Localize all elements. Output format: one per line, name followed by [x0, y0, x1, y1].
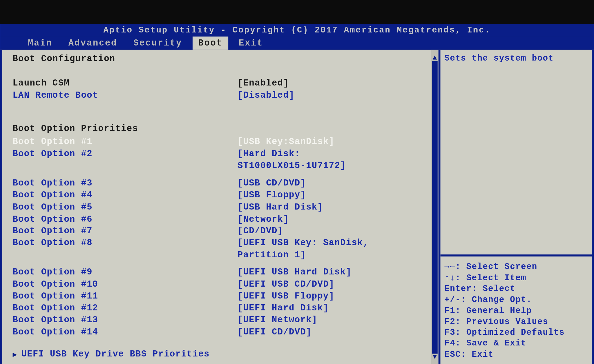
scroll-up-icon[interactable]: ▲	[431, 54, 439, 62]
label-boot-option-10: Boot Option #10	[12, 279, 238, 290]
value-boot-option-12: [UEFI Hard Disk]	[238, 302, 434, 314]
tab-advanced[interactable]: Advanced	[63, 37, 123, 50]
label-boot-option-6: Boot Option #6	[12, 213, 238, 225]
row-launch-csm[interactable]: Launch CSM [Enabled]	[12, 77, 434, 89]
key-help-line: +/-: Change Opt.	[444, 294, 588, 305]
key-help-line: F3: Optimized Defaults	[444, 327, 588, 338]
row-boot-option-11[interactable]: Boot Option #11[UEFI USB Floppy]	[12, 290, 434, 302]
bios-title: Aptio Setup Utility - Copyright (C) 2017…	[0, 24, 594, 37]
value-boot-option-11: [UEFI USB Floppy]	[238, 290, 434, 302]
label-boot-option-7: Boot Option #7	[12, 225, 238, 237]
main-panel: Boot Configuration Launch CSM [Enabled] …	[2, 50, 438, 364]
row-boot-option-9[interactable]: Boot Option #9[UEFI USB Hard Disk]	[12, 267, 434, 279]
row-boot-option-7[interactable]: Boot Option #7[CD/DVD]	[12, 225, 434, 237]
row-lan-remote[interactable]: LAN Remote Boot [Disabled]	[12, 89, 434, 101]
key-help-line: F4: Save & Exit	[444, 338, 588, 349]
tab-exit[interactable]: Exit	[233, 37, 269, 50]
row-boot-option-5[interactable]: Boot Option #5[USB Hard Disk]	[12, 201, 434, 213]
value-boot-option-2-cont: ST1000LX015-1U7172]	[238, 160, 434, 172]
tab-main[interactable]: Main	[22, 37, 58, 50]
key-help-line: ESC: Exit	[444, 349, 588, 360]
scroll-down-icon[interactable]: ▼	[431, 353, 439, 361]
label-lan-remote: LAN Remote Boot	[12, 89, 238, 101]
section-boot-config: Boot Configuration	[12, 54, 434, 64]
row-boot-option-8[interactable]: Boot Option #8[UEFI USB Key: SanDisk,	[12, 237, 434, 249]
value-boot-option-10: [UEFI USB CD/DVD]	[238, 279, 434, 290]
row-boot-option-1[interactable]: Boot Option #1[USB Key:SanDisk]	[12, 136, 434, 148]
key-help-line: ↑↓: Select Item	[444, 272, 588, 283]
value-boot-option-5: [USB Hard Disk]	[238, 201, 434, 213]
row-boot-option-3[interactable]: Boot Option #3[USB CD/DVD]	[12, 178, 434, 190]
key-help: →←: Select Screen↑↓: Select ItemEnter: S…	[440, 255, 592, 364]
tab-security[interactable]: Security	[128, 37, 188, 50]
label-boot-option-11: Boot Option #11	[12, 290, 238, 302]
label-boot-option-4: Boot Option #4	[12, 190, 238, 201]
value-boot-option-4: [USB Floppy]	[238, 190, 434, 201]
row-boot-option-2[interactable]: Boot Option #2[Hard Disk:	[12, 148, 434, 160]
row-boot-option-10[interactable]: Boot Option #10[UEFI USB CD/DVD]	[12, 279, 434, 290]
row-boot-option-14[interactable]: Boot Option #14[UEFI CD/DVD]	[12, 326, 434, 338]
label-launch-csm: Launch CSM	[12, 77, 238, 89]
value-boot-option-13: [UEFI Network]	[238, 314, 434, 326]
label-boot-option-13: Boot Option #13	[12, 314, 238, 326]
submenu-bbs-priorities[interactable]: ▶ UEFI USB Key Drive BBS Priorities	[12, 349, 434, 359]
label-boot-option-1: Boot Option #1	[12, 136, 238, 148]
item-help-text: Sets the system boot	[440, 50, 592, 255]
key-help-line: →←: Select Screen	[444, 261, 588, 272]
value-boot-option-14: [UEFI CD/DVD]	[238, 326, 434, 338]
row-boot-option-6[interactable]: Boot Option #6[Network]	[12, 213, 434, 225]
value-boot-option-2: [Hard Disk:	[238, 148, 434, 160]
label-boot-option-3: Boot Option #3	[12, 178, 238, 190]
value-boot-option-7: [CD/DVD]	[238, 225, 434, 237]
label-boot-option-8: Boot Option #8	[12, 237, 238, 249]
row-boot-option-12[interactable]: Boot Option #12[UEFI Hard Disk]	[12, 302, 434, 314]
submenu-arrow-icon: ▶	[12, 350, 17, 359]
row-boot-option-13[interactable]: Boot Option #13[UEFI Network]	[12, 314, 434, 326]
value-boot-option-8-cont: Partition 1]	[238, 249, 434, 261]
section-boot-priorities: Boot Option Priorities	[12, 124, 434, 134]
row-boot-option-4[interactable]: Boot Option #4[USB Floppy]	[12, 190, 434, 201]
key-help-line: F2: Previous Values	[444, 316, 588, 327]
tab-bar: MainAdvancedSecurityBootExit	[0, 37, 594, 50]
label-boot-option-5: Boot Option #5	[12, 201, 238, 213]
label-boot-option-14: Boot Option #14	[12, 326, 238, 338]
value-boot-option-1: [USB Key:SanDisk]	[238, 136, 434, 148]
label-boot-option-9: Boot Option #9	[12, 267, 238, 279]
value-boot-option-6: [Network]	[238, 213, 434, 225]
value-launch-csm: [Enabled]	[238, 77, 434, 89]
key-help-line: Enter: Select	[444, 283, 588, 294]
value-boot-option-3: [USB CD/DVD]	[238, 178, 434, 190]
value-boot-option-9: [UEFI USB Hard Disk]	[238, 267, 434, 279]
scroll-track[interactable]	[432, 61, 437, 354]
tab-boot[interactable]: Boot	[193, 37, 228, 50]
submenu-label: UEFI USB Key Drive BBS Priorities	[21, 349, 210, 359]
scrollbar[interactable]: ▲ ▼	[431, 50, 439, 364]
value-lan-remote: [Disabled]	[238, 89, 434, 101]
help-panel: Sets the system boot →←: Select Screen↑↓…	[439, 50, 592, 364]
label-boot-option-12: Boot Option #12	[12, 302, 238, 314]
key-help-line: F1: General Help	[444, 305, 588, 316]
value-boot-option-8: [UEFI USB Key: SanDisk,	[238, 237, 434, 249]
label-boot-option-2: Boot Option #2	[12, 148, 238, 160]
